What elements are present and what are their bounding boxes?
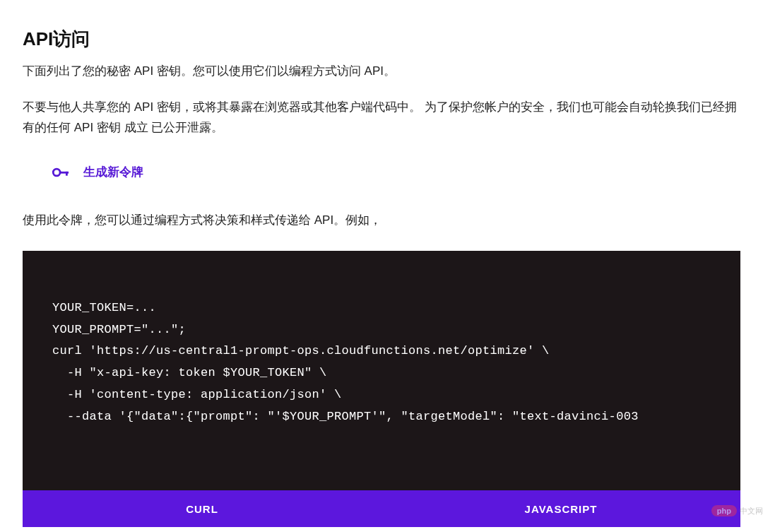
page-title: API访问 [23, 27, 740, 52]
watermark: php 中文网 [711, 505, 763, 516]
watermark-text: 中文网 [740, 506, 763, 516]
code-block: YOUR_TOKEN=... YOUR_PROMPT="..."; curl '… [23, 251, 740, 491]
svg-point-0 [53, 169, 60, 176]
api-description: 下面列出了您的秘密 API 密钥。您可以使用它们以编程方式访问 API。 [23, 61, 740, 82]
tab-curl[interactable]: CURL [23, 490, 382, 527]
tab-javascript[interactable]: JAVASCRIPT [382, 490, 740, 527]
usage-description: 使用此令牌，您可以通过编程方式将决策和样式传递给 API。例如， [23, 211, 740, 231]
generate-token-label: 生成新令牌 [83, 164, 143, 180]
generate-token-button[interactable]: 生成新令牌 [51, 162, 143, 182]
code-tabs: CURL JAVASCRIPT [23, 490, 740, 527]
api-warning: 不要与他人共享您的 API 密钥，或将其暴露在浏览器或其他客户端代码中。 为了保… [23, 97, 740, 138]
key-icon [51, 162, 71, 182]
watermark-badge: php [711, 505, 737, 516]
svg-rect-2 [66, 172, 68, 176]
